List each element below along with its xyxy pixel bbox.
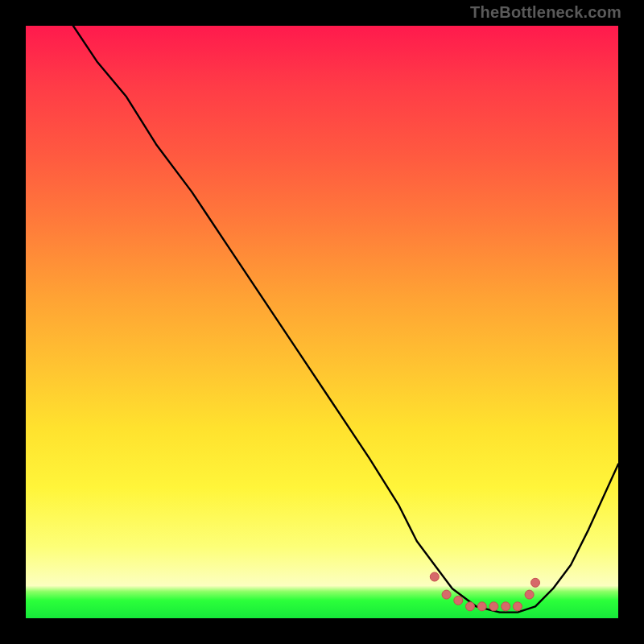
valley-marker: [430, 572, 439, 581]
valley-marker: [442, 590, 451, 599]
valley-marker: [502, 602, 510, 611]
watermark-text: TheBottleneck.com: [470, 3, 621, 22]
chart-svg: [26, 26, 618, 618]
valley-marker: [525, 590, 534, 599]
valley-marker: [489, 602, 498, 611]
valley-marker: [531, 578, 540, 587]
plot-area: [26, 26, 618, 618]
valley-marker: [454, 596, 463, 605]
valley-marker: [513, 602, 522, 611]
valley-marker: [477, 602, 486, 611]
bottleneck-curve: [73, 26, 618, 613]
chart-frame: TheBottleneck.com: [0, 0, 644, 644]
valley-markers: [430, 572, 539, 611]
valley-marker: [466, 602, 475, 611]
